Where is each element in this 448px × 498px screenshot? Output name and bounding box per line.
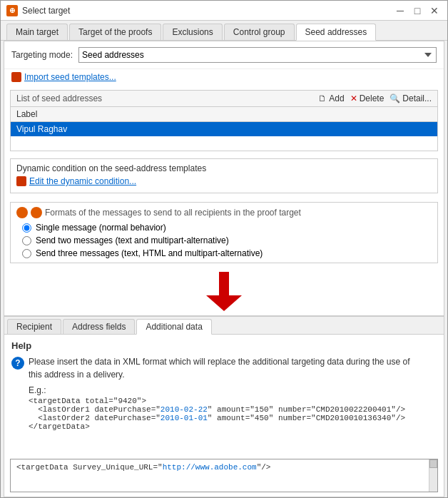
import-icon xyxy=(11,72,21,82)
import-link[interactable]: Import seed templates... xyxy=(11,72,116,82)
code-prefix: <targetData Survey_Unique_URL=" xyxy=(16,463,163,472)
help-example-line0: <targetData total="9420"> xyxy=(29,397,410,405)
tab-exclusions[interactable]: Exclusions xyxy=(163,24,222,40)
help-example-line1: <lastOrder1 datePurchase="2010-02-22" am… xyxy=(29,405,410,414)
radio-two[interactable]: Send two messages (text and multipart-al… xyxy=(22,235,432,245)
close-button[interactable]: ✕ xyxy=(427,4,442,17)
edit-dynamic-link[interactable]: Edit the dynamic condition... xyxy=(16,176,136,186)
tab-address-fields[interactable]: Address fields xyxy=(63,319,135,334)
svg-rect-0 xyxy=(219,272,229,297)
scrollbar-thumb[interactable] xyxy=(429,459,437,468)
main-content: Targeting mode: Seed addresses Manual Au… xyxy=(4,41,444,497)
edit-icon xyxy=(16,176,26,186)
dynamic-condition-section: Dynamic condition on the seed-address te… xyxy=(10,158,438,193)
bottom-tab-bar: Recipient Address fields Additional data xyxy=(4,317,444,335)
detail-icon: 🔍 xyxy=(390,93,400,103)
import-link-row: Import seed templates... xyxy=(4,69,444,87)
list-column-header: Label xyxy=(11,107,437,122)
tab-target-proofs[interactable]: Target of the proofs xyxy=(69,24,161,40)
formats-icon xyxy=(31,207,42,218)
top-tab-bar: Main target Target of the proofs Exclusi… xyxy=(1,21,447,41)
tab-additional-data[interactable]: Additional data xyxy=(136,319,211,335)
help-example-label: E.g.: xyxy=(29,384,410,397)
down-arrow-icon xyxy=(206,272,242,311)
svg-marker-1 xyxy=(206,295,242,311)
code-editor-area: <targetData Survey_Unique_URL="http://ww… xyxy=(10,459,438,492)
detail-button[interactable]: 🔍 Detail... xyxy=(390,93,432,103)
list-item[interactable]: Vipul Raghav xyxy=(11,122,437,136)
tab-main-target[interactable]: Main target xyxy=(6,24,68,40)
window-title: Select target xyxy=(22,6,393,16)
seed-header: List of seed addresses 🗋 Add ✕ Delete 🔍 … xyxy=(11,91,437,107)
formats-title: Formats of the messages to send to all r… xyxy=(16,207,432,218)
tab-seed-addresses[interactable]: Seed addresses xyxy=(296,24,377,41)
help-example-line3: </targetData> xyxy=(29,422,410,431)
arrow-container xyxy=(4,268,444,315)
dynamic-condition-title: Dynamic condition on the seed-address te… xyxy=(16,163,432,173)
title-bar: ⊕ Select target ─ □ ✕ xyxy=(1,1,447,21)
radio-two-input[interactable] xyxy=(22,236,31,245)
seed-list-label: List of seed addresses xyxy=(16,93,102,103)
window: ⊕ Select target ─ □ ✕ Main target Target… xyxy=(0,0,448,498)
help-content: Please insert the data in XML format whi… xyxy=(29,355,410,431)
title-bar-controls: ─ □ ✕ xyxy=(393,4,442,17)
window-icon: ⊕ xyxy=(6,5,18,16)
seed-header-buttons: 🗋 Add ✕ Delete 🔍 Detail... xyxy=(318,93,432,103)
help-body: ? Please insert the data in XML format w… xyxy=(11,355,437,431)
delete-button[interactable]: ✕ Delete xyxy=(350,93,385,103)
add-button[interactable]: 🗋 Add xyxy=(318,93,344,103)
add-icon: 🗋 xyxy=(318,93,327,103)
radio-three-input[interactable] xyxy=(22,249,31,258)
code-url: http://www.adobe.com xyxy=(163,463,257,472)
help-text-line1: Please insert the data in XML format whi… xyxy=(29,355,410,368)
radio-single[interactable]: Single message (normal behavior) xyxy=(22,223,432,233)
seed-panel: List of seed addresses 🗋 Add ✕ Delete 🔍 … xyxy=(10,90,438,151)
help-title: Help xyxy=(11,340,437,351)
help-icon: ? xyxy=(11,357,24,370)
help-example-line2: <lastOrder2 datePurchase="2010-01-01" am… xyxy=(29,414,410,422)
tab-control-group[interactable]: Control group xyxy=(224,24,295,40)
scrollbar[interactable] xyxy=(429,459,437,492)
code-suffix: "/> xyxy=(257,463,271,472)
list-body: Vipul Raghav xyxy=(11,122,437,151)
maximize-button[interactable]: □ xyxy=(410,4,424,17)
bottom-section: Recipient Address fields Additional data… xyxy=(4,315,444,497)
targeting-mode-select[interactable]: Seed addresses Manual Automatic xyxy=(78,47,437,63)
code-editor[interactable]: <targetData Survey_Unique_URL="http://ww… xyxy=(11,459,429,492)
formats-section: Formats of the messages to send to all r… xyxy=(10,202,438,263)
help-section: Help ? Please insert the data in XML for… xyxy=(4,335,444,457)
radio-group: Single message (normal behavior) Send tw… xyxy=(16,223,432,258)
minimize-button[interactable]: ─ xyxy=(393,4,407,17)
help-text-line2: this address in a delivery. xyxy=(29,368,410,381)
tab-recipient[interactable]: Recipient xyxy=(7,319,61,334)
delete-icon: ✕ xyxy=(350,93,357,103)
targeting-mode-row: Targeting mode: Seed addresses Manual Au… xyxy=(4,41,444,69)
radio-single-input[interactable] xyxy=(22,223,31,233)
targeting-mode-label: Targeting mode: xyxy=(11,50,73,60)
radio-three[interactable]: Send three messages (text, HTML and mult… xyxy=(22,248,432,258)
